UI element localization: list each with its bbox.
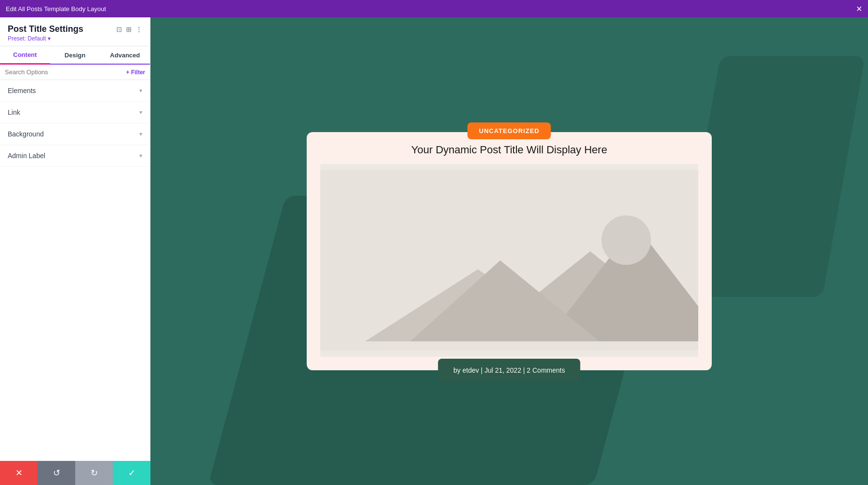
- sidebar: Post Title Settings ⊡ ⊞ ⋮ Preset: Defaul…: [0, 17, 150, 485]
- sidebar-header: Post Title Settings ⊡ ⊞ ⋮ Preset: Defaul…: [0, 17, 150, 46]
- preset-label[interactable]: Preset: Default ▾: [8, 35, 142, 42]
- chevron-down-icon-background: ▾: [139, 131, 142, 137]
- post-featured-image: [320, 164, 698, 357]
- accordion-header-elements[interactable]: Elements ▾: [0, 80, 150, 101]
- accordion-label-background: Background: [8, 130, 44, 138]
- category-badge[interactable]: UNCATEGORIZED: [467, 122, 551, 139]
- chevron-down-icon-admin: ▾: [139, 152, 142, 159]
- sidebar-title-row: Post Title Settings ⊡ ⊞ ⋮: [8, 24, 142, 34]
- post-card-inner: Your Dynamic Post Title Will Display Her…: [307, 132, 712, 370]
- accordion-label-elements: Elements: [8, 87, 36, 94]
- cancel-icon: ✕: [15, 468, 23, 478]
- confirm-icon: ✓: [128, 468, 136, 478]
- title-bar: Edit All Posts Template Body Layout ✕: [0, 0, 868, 17]
- accordion-admin-label: Admin Label ▾: [0, 145, 150, 167]
- search-bar: + Filter: [0, 65, 150, 80]
- accordion-header-link[interactable]: Link ▾: [0, 102, 150, 123]
- chevron-down-icon-link: ▾: [139, 109, 142, 116]
- search-input[interactable]: [5, 68, 123, 76]
- accordion-label-link: Link: [8, 108, 20, 116]
- close-button[interactable]: ✕: [856, 4, 862, 13]
- app-layout: Post Title Settings ⊡ ⊞ ⋮ Preset: Defaul…: [0, 17, 868, 485]
- split-icon[interactable]: ⊞: [126, 26, 132, 33]
- redo-icon: ↻: [91, 468, 98, 478]
- svg-point-5: [601, 216, 651, 265]
- accordion-header-admin-label[interactable]: Admin Label ▾: [0, 145, 150, 166]
- undo-icon: ↺: [53, 468, 60, 478]
- sidebar-title-text: Post Title Settings: [8, 24, 83, 34]
- filter-button[interactable]: + Filter: [126, 69, 145, 76]
- post-card: UNCATEGORIZED Your Dynamic Post Title Wi…: [307, 132, 712, 370]
- more-icon[interactable]: ⋮: [136, 26, 142, 33]
- cancel-button[interactable]: ✕: [0, 461, 38, 485]
- tab-content[interactable]: Content: [0, 46, 50, 65]
- tab-advanced[interactable]: Advanced: [100, 46, 150, 64]
- accordion-label-admin: Admin Label: [8, 152, 45, 160]
- chevron-down-icon: ▾: [139, 87, 142, 94]
- fullscreen-icon[interactable]: ⊡: [116, 26, 122, 33]
- redo-button[interactable]: ↻: [75, 461, 113, 485]
- undo-button[interactable]: ↺: [38, 461, 75, 485]
- accordion-elements: Elements ▾: [0, 80, 150, 102]
- main-canvas: UNCATEGORIZED Your Dynamic Post Title Wi…: [150, 17, 868, 485]
- meta-info-badge: by etdev | Jul 21, 2022 | 2 Comments: [438, 359, 580, 382]
- accordion-header-background[interactable]: Background ▾: [0, 123, 150, 145]
- sidebar-tabs: Content Design Advanced: [0, 46, 150, 65]
- title-bar-label: Edit All Posts Template Body Layout: [6, 5, 106, 13]
- confirm-button[interactable]: ✓: [113, 461, 150, 485]
- bottom-toolbar: ✕ ↺ ↻ ✓: [0, 461, 150, 485]
- post-title: Your Dynamic Post Title Will Display Her…: [320, 144, 698, 156]
- placeholder-image-svg: [320, 164, 698, 357]
- accordion-link: Link ▾: [0, 102, 150, 123]
- sidebar-title-icons: ⊡ ⊞ ⋮: [116, 26, 142, 33]
- accordion-background: Background ▾: [0, 123, 150, 145]
- tab-design[interactable]: Design: [50, 46, 100, 64]
